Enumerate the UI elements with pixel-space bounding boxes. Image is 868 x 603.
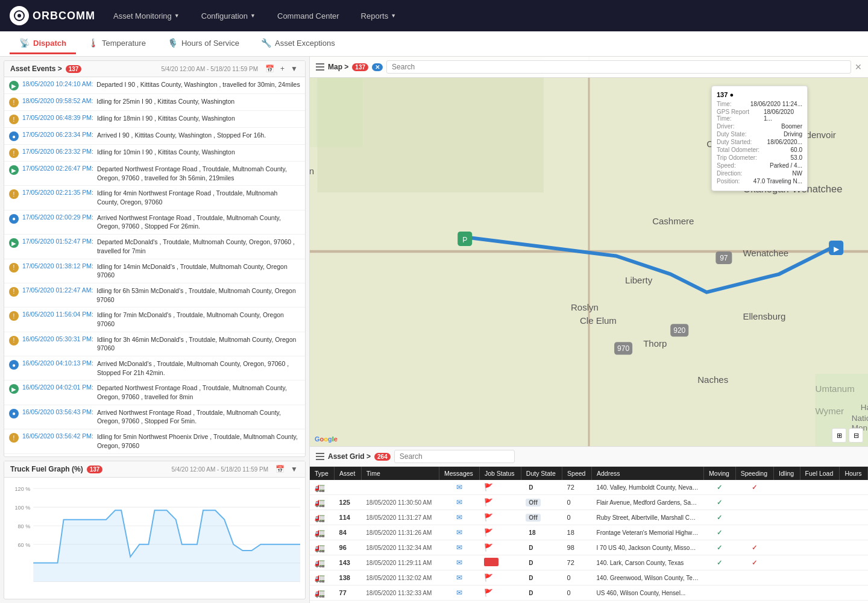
grid-menu-icon[interactable]	[316, 453, 324, 460]
nav-command-center[interactable]: Command Center	[274, 9, 343, 23]
event-time[interactable]: 17/05/2020 06:48:39 PM:	[22, 114, 93, 121]
list-item: ! 17/05/2020 01:22:47 AM: Idling for 6h …	[4, 283, 305, 308]
speeding-check: ✓	[752, 559, 757, 566]
event-time[interactable]: 17/05/2020 01:38:12 PM:	[22, 262, 93, 270]
job-status-flag: 🚩	[484, 498, 493, 507]
cell-idling	[774, 510, 800, 525]
nav-configuration[interactable]: Configuration ▼	[198, 9, 259, 23]
event-time[interactable]: 17/05/2020 02:26:47 PM:	[22, 165, 93, 172]
event-text: Idling for 18min I 90 , Kittitas County,…	[97, 114, 235, 123]
add-icon[interactable]: +	[279, 65, 286, 73]
nav-asset-monitoring[interactable]: Asset Monitoring ▼	[110, 9, 183, 23]
cell-duty-state: D	[521, 586, 562, 601]
svg-text:Thorp: Thorp	[643, 338, 667, 349]
event-time[interactable]: 18/05/2020 10:24:10 AM:	[22, 80, 93, 87]
green-event-icon: ▶	[9, 165, 19, 175]
tooltip-row-odometer: Total Odometer: 60.0	[717, 147, 802, 153]
message-icon: ✉	[456, 513, 462, 522]
event-time[interactable]: 17/05/2020 02:00:29 PM:	[22, 213, 93, 221]
asset-events-date: 5/4/20 12:00 AM - 5/18/20 11:59 PM	[161, 66, 258, 72]
message-icon: ✉	[456, 573, 462, 582]
list-item: ! 16/05/2020 11:56:04 PM: Idling for 7mi…	[4, 308, 305, 332]
map-search-input[interactable]	[386, 60, 851, 74]
table-row: 🚛 ✉ 🚩 D 72 140. Valley, Humboldt County,…	[310, 480, 868, 495]
col-time: Time	[361, 467, 439, 480]
cell-job-status: 🚩	[479, 540, 521, 555]
cell-address: I 70 US 40, Jackson County, Missouri...	[592, 540, 704, 555]
event-text: Idling for 3h 46min McDonald's , Troutda…	[97, 335, 300, 353]
yellow-event-icon: !	[9, 115, 19, 124]
cell-moving: ✓	[704, 525, 736, 540]
event-text: Arrived McDonald's , Troutdale, Multnoma…	[97, 359, 300, 377]
event-time[interactable]: 18/05/2020 09:58:52 AM:	[22, 97, 93, 104]
green-event-icon: ▶	[9, 238, 19, 248]
tab-asset-exceptions[interactable]: 🔧 Asset Exceptions	[251, 33, 345, 54]
cell-job-status: 🚩	[479, 495, 521, 510]
svg-text:Cle Elum: Cle Elum	[580, 315, 617, 326]
asset-monitoring-caret: ▼	[174, 13, 180, 19]
tab-temperature[interactable]: 🌡️ Temperature	[78, 33, 156, 54]
cell-time	[361, 480, 439, 495]
job-status-flag: 🚩	[484, 513, 493, 522]
list-item: ! 17/05/2020 01:38:12 PM: Idling for 14m…	[4, 259, 305, 283]
list-item: ● 17/05/2020 02:00:29 PM: Arrived Northw…	[4, 210, 305, 235]
event-time[interactable]: 16/05/2020 11:56:04 PM:	[22, 311, 93, 318]
map-expand-button[interactable]: ⊞	[832, 428, 846, 443]
event-time[interactable]: 16/05/2020 03:56:43 PM:	[22, 408, 93, 415]
fuel-calendar-icon[interactable]: 📅	[274, 465, 286, 473]
cell-speed: 98	[562, 540, 592, 555]
asset-grid-search[interactable]	[394, 450, 515, 463]
job-status-flag: 🚩	[484, 528, 493, 537]
cell-job-status: 🚩	[479, 510, 521, 525]
message-icon: ✉	[456, 498, 462, 507]
reports-caret: ▼	[391, 13, 396, 19]
duty-state-badge: D	[526, 589, 536, 597]
tab-dispatch[interactable]: 📡 Dispatch	[10, 33, 76, 54]
top-navigation: ORBCOMM Asset Monitoring ▼ Configuration…	[0, 0, 868, 31]
event-time[interactable]: 17/05/2020 01:52:47 PM:	[22, 238, 93, 245]
cell-asset: 77	[335, 586, 362, 601]
blue-event-icon: ●	[9, 360, 19, 370]
fuel-expand-icon[interactable]: ▼	[289, 465, 299, 473]
tab-hours-of-service[interactable]: 🎙️ Hours of Service	[158, 33, 249, 54]
map-menu-icon[interactable]	[316, 63, 324, 71]
svg-text:Roslyn: Roslyn	[571, 302, 599, 312]
moving-check: ✓	[717, 514, 722, 521]
svg-text:Naches: Naches	[697, 374, 728, 385]
map-close-icon[interactable]: ✕	[855, 62, 862, 72]
cell-hours	[840, 510, 868, 525]
event-time[interactable]: 16/05/2020 04:02:01 PM:	[22, 384, 93, 391]
cell-asset: 125	[335, 495, 362, 510]
event-time[interactable]: 17/05/2020 01:22:47 AM:	[22, 286, 93, 294]
event-time[interactable]: 16/05/2020 05:30:31 PM:	[22, 335, 93, 343]
expand-icon[interactable]: ▼	[289, 65, 299, 73]
cell-idling	[774, 525, 800, 540]
logo-text: ORBCOMM	[33, 10, 95, 22]
cell-fuel-load	[800, 495, 840, 510]
cell-asset: 96	[335, 540, 362, 555]
cell-idling	[774, 495, 800, 510]
grid-header-row: Type Asset Time Messages Job Status Duty…	[310, 467, 868, 480]
job-status-flag: 🚩	[484, 589, 493, 597]
svg-text:Liberty: Liberty	[625, 275, 653, 285]
map-contract-button[interactable]: ⊟	[849, 428, 863, 443]
cell-speeding: ✓	[735, 540, 773, 555]
list-item: ▶ 16/05/2020 04:02:01 PM: Departed North…	[4, 380, 305, 405]
event-time[interactable]: 17/05/2020 06:23:34 PM:	[22, 131, 93, 138]
cell-type: 🚛	[310, 555, 335, 570]
cell-speeding	[735, 586, 773, 601]
table-row: 🚛 77 18/05/2020 11:32:33 AM ✉ 🚩 D 0 US 4…	[310, 586, 868, 601]
nav-reports[interactable]: Reports ▼	[357, 9, 400, 23]
cell-job-status: 🚩	[479, 586, 521, 601]
cell-hours	[840, 480, 868, 495]
calendar-icon[interactable]: 📅	[264, 65, 275, 73]
cell-messages: ✉	[439, 495, 479, 510]
event-time[interactable]: 17/05/2020 06:23:32 PM:	[22, 148, 93, 155]
event-time[interactable]: 16/05/2020 03:56:42 PM:	[22, 432, 93, 440]
truck-icon: 🚛	[315, 558, 325, 567]
event-time[interactable]: 16/05/2020 04:10:13 PM:	[22, 359, 93, 367]
cell-messages: ✉	[439, 540, 479, 555]
event-time[interactable]: 17/05/2020 02:21:35 PM:	[22, 189, 93, 196]
message-icon: ✉	[456, 589, 462, 597]
cell-asset	[335, 480, 362, 495]
